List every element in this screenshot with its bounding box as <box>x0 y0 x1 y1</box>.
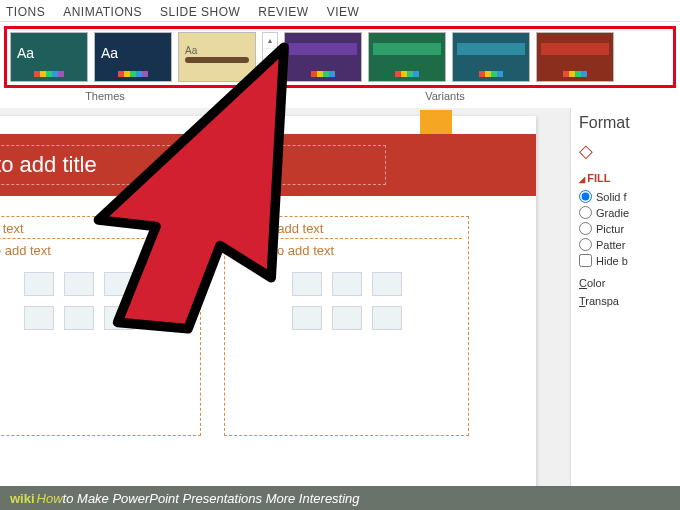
variant-thumb-1[interactable] <box>284 32 362 82</box>
theme-aa-label: Aa <box>185 45 197 56</box>
chevron-down-icon: ▾ <box>263 49 277 65</box>
variant-thumb-3[interactable] <box>452 32 530 82</box>
gallery-labels: Themes Variants <box>0 90 680 102</box>
content-header-right: Click to add text <box>231 221 462 239</box>
tab-view[interactable]: VIEW <box>327 5 360 19</box>
theme-aa-label: Aa <box>17 45 34 61</box>
title-band: ck to add title <box>0 134 536 196</box>
more-icon: ▾ <box>263 65 277 81</box>
content-placeholder-left[interactable]: to add text ck to add text <box>0 216 201 436</box>
color-picker-link[interactable]: Color <box>579 277 674 289</box>
variants-label: Variants <box>210 90 680 102</box>
insert-table-icon[interactable] <box>24 272 54 296</box>
insert-icon-grid[interactable] <box>282 272 412 330</box>
insert-smartart-icon[interactable] <box>372 272 402 296</box>
variant-thumb-4[interactable] <box>536 32 614 82</box>
tab-animations[interactable]: ANIMATIONS <box>63 5 142 19</box>
caption-brand-suffix: How <box>37 491 63 506</box>
themes-label: Themes <box>0 90 210 102</box>
fill-solid-radio[interactable]: Solid f <box>579 190 674 203</box>
insert-picture-icon[interactable] <box>292 306 322 330</box>
hide-background-checkbox[interactable]: Hide b <box>579 254 674 267</box>
content-placeholder-right[interactable]: Click to add text Click to add text <box>224 216 469 436</box>
tutorial-caption: wikiHow to Make PowerPoint Presentations… <box>0 486 680 510</box>
insert-icon-grid[interactable] <box>14 272 144 330</box>
insert-smartart-icon[interactable] <box>104 272 134 296</box>
theme-thumb-3[interactable]: Aa <box>178 32 256 82</box>
insert-picture-icon[interactable] <box>24 306 54 330</box>
theme-thumb-1[interactable]: Aa <box>10 32 88 82</box>
transparency-link[interactable]: Transpa <box>579 295 674 307</box>
fill-pattern-radio[interactable]: Patter <box>579 238 674 251</box>
gallery-more-button[interactable]: ▴ ▾ ▾ <box>262 32 278 82</box>
fill-bucket-icon[interactable]: ◇ <box>579 140 593 162</box>
format-pane-title: Format <box>579 114 674 132</box>
fill-picture-radio[interactable]: Pictur <box>579 222 674 235</box>
variant-thumb-2[interactable] <box>368 32 446 82</box>
fill-gradient-radio[interactable]: Gradie <box>579 206 674 219</box>
format-pane: Format ◇ FILL Solid f Gradie Pictur Patt… <box>570 108 680 488</box>
insert-online-picture-icon[interactable] <box>64 306 94 330</box>
slide: ck to add title to add text ck to add te… <box>0 116 536 488</box>
title-placeholder[interactable]: ck to add title <box>0 145 386 185</box>
tab-review[interactable]: REVIEW <box>258 5 308 19</box>
caption-brand-prefix: wiki <box>10 491 35 506</box>
design-gallery: Aa Aa Aa ▴ ▾ ▾ <box>4 26 676 88</box>
insert-video-icon[interactable] <box>372 306 402 330</box>
insert-video-icon[interactable] <box>104 306 134 330</box>
fill-section-header[interactable]: FILL <box>579 172 674 184</box>
ribbon-tabs: TIONS ANIMATIONS SLIDE SHOW REVIEW VIEW <box>0 0 680 22</box>
content-bullet-left: ck to add text <box>0 243 194 258</box>
caption-text: to Make PowerPoint Presentations More In… <box>63 491 360 506</box>
insert-chart-icon[interactable] <box>332 272 362 296</box>
content-bullet-right: Click to add text <box>231 243 462 258</box>
content-header-left: to add text <box>0 221 194 239</box>
insert-table-icon[interactable] <box>292 272 322 296</box>
theme-aa-label: Aa <box>101 45 118 61</box>
insert-chart-icon[interactable] <box>64 272 94 296</box>
slide-canvas[interactable]: ck to add title to add text ck to add te… <box>0 108 570 488</box>
chevron-up-icon: ▴ <box>263 33 277 49</box>
insert-online-picture-icon[interactable] <box>332 306 362 330</box>
tab-slideshow[interactable]: SLIDE SHOW <box>160 5 240 19</box>
theme-thumb-2[interactable]: Aa <box>94 32 172 82</box>
tab-transitions[interactable]: TIONS <box>6 5 45 19</box>
